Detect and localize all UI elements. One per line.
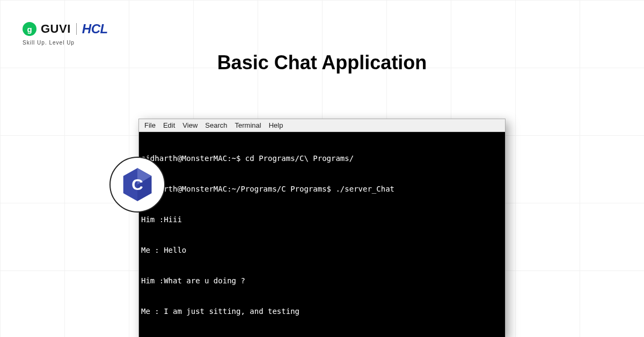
logo-divider — [76, 23, 77, 35]
c-hexagon-icon: C — [122, 167, 153, 202]
terminal-line: Me : Hello — [141, 245, 503, 255]
menu-help[interactable]: Help — [269, 121, 283, 129]
menu-search[interactable]: Search — [205, 121, 227, 129]
guvi-logo-icon: g — [23, 22, 36, 36]
terminal-line: Him :What are u doing ? — [141, 276, 503, 286]
svg-text:C: C — [131, 175, 143, 193]
terminal-window: File Edit View Search Terminal Help sidh… — [138, 119, 506, 337]
c-language-badge: C — [109, 157, 165, 213]
menu-terminal[interactable]: Terminal — [235, 121, 261, 129]
menu-view[interactable]: View — [182, 121, 197, 129]
terminal-menubar: File Edit View Search Terminal Help — [139, 119, 505, 132]
brand-logo-block: g GUVI HCL Skill Up. Level Up — [23, 21, 108, 46]
terminal-line: sidharth@MonsterMAC:~/Programs/C Program… — [141, 184, 503, 194]
menu-edit[interactable]: Edit — [163, 121, 175, 129]
terminal-line: sidharth@MonsterMAC:~$ cd Programs/C\ Pr… — [141, 153, 503, 164]
terminal-line: Him :Hiii — [141, 215, 503, 225]
hcl-logo-text: HCL — [82, 21, 108, 36]
terminal-line: Me : I am just sitting, and testing — [141, 306, 503, 317]
tagline-text: Skill Up. Level Up — [23, 40, 108, 46]
terminal-body[interactable]: sidharth@MonsterMAC:~$ cd Programs/C\ Pr… — [139, 132, 505, 337]
page-title: Basic Chat Application — [0, 52, 644, 74]
guvi-logo-text: GUVI — [41, 22, 71, 36]
menu-file[interactable]: File — [144, 121, 156, 129]
